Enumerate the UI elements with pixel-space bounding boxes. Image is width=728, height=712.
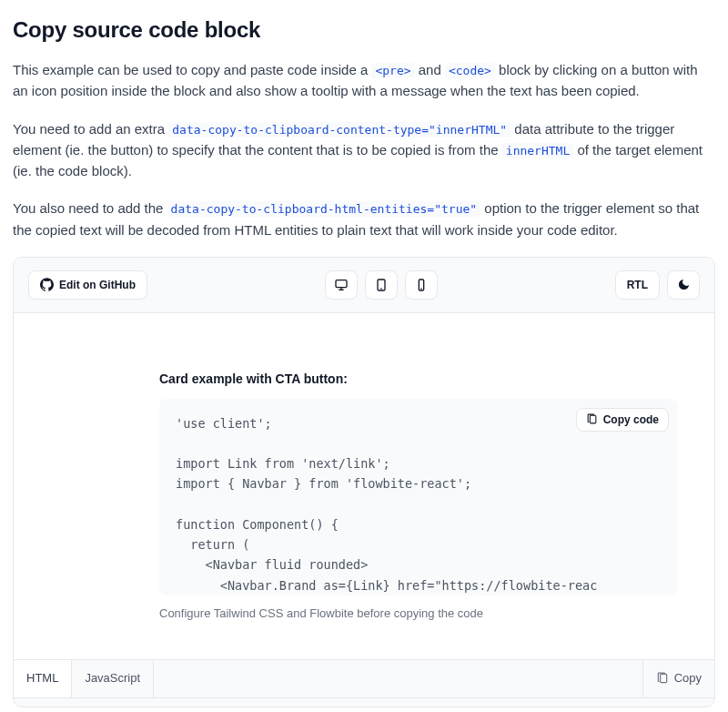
svg-rect-7: [590, 415, 596, 423]
code-output-strip: [14, 697, 714, 707]
toolbar-right: RTL: [615, 270, 700, 300]
copy-icon: [656, 672, 669, 685]
inline-code-pre: <pre>: [371, 63, 414, 78]
github-icon: [40, 278, 54, 291]
text: This example can be used to copy and pas…: [13, 62, 371, 77]
inline-code-html-entities: data-copy-to-clipboard-html-entities="tr…: [167, 201, 481, 217]
tablet-view-button[interactable]: [365, 270, 398, 300]
code-tabs-row: HTML JavaScript Copy: [14, 659, 714, 697]
copy-label: Copy: [674, 669, 702, 687]
text: and: [419, 62, 445, 77]
example-panel: Edit on GitHub RTL: [13, 257, 715, 707]
preview-caption: Configure Tailwind CSS and Flowbite befo…: [159, 605, 678, 623]
code-content: 'use client'; import Link from 'next/lin…: [176, 416, 597, 593]
moon-icon: [677, 278, 691, 291]
copy-toolbar-button[interactable]: Copy: [642, 660, 714, 697]
toolbar-center: [325, 270, 438, 300]
edit-on-github-button[interactable]: Edit on GitHub: [28, 270, 147, 300]
edit-on-github-label: Edit on GitHub: [59, 279, 136, 291]
tab-html[interactable]: HTML: [14, 660, 72, 697]
preview-area: Card example with CTA button: 'use clien…: [14, 313, 714, 659]
tab-javascript[interactable]: JavaScript: [72, 660, 154, 697]
text: You also need to add the: [13, 200, 167, 216]
tabs-spacer: [154, 660, 642, 697]
text: You need to add an extra: [13, 121, 168, 137]
intro-paragraph-3: You also need to add the data-copy-to-cl…: [13, 198, 715, 240]
desktop-icon: [334, 278, 349, 292]
tablet-icon: [374, 278, 389, 292]
section-heading: Copy source code block: [13, 13, 715, 46]
intro-paragraph-1: This example can be used to copy and pas…: [13, 59, 715, 102]
preview-title: Card example with CTA button:: [159, 370, 678, 390]
desktop-view-button[interactable]: [325, 270, 358, 300]
svg-rect-8: [660, 675, 666, 683]
clipboard-icon: [586, 413, 598, 425]
panel-toolbar: Edit on GitHub RTL: [14, 258, 714, 313]
rtl-toggle-button[interactable]: RTL: [615, 270, 660, 300]
mobile-icon: [414, 278, 429, 292]
copy-code-button[interactable]: Copy code: [576, 408, 669, 432]
rtl-label: RTL: [627, 279, 648, 291]
inline-code-code: <code>: [445, 63, 495, 78]
inline-code-content-type: data-copy-to-clipboard-content-type="inn…: [168, 122, 511, 137]
dark-mode-toggle-button[interactable]: [667, 270, 700, 300]
copy-code-label: Copy code: [603, 413, 659, 426]
code-block: 'use client'; import Link from 'next/lin…: [159, 399, 678, 595]
svg-rect-0: [336, 280, 347, 288]
mobile-view-button[interactable]: [405, 270, 438, 300]
inline-code-innerhtml: innerHTML: [502, 143, 573, 158]
intro-paragraph-2: You need to add an extra data-copy-to-cl…: [13, 118, 715, 182]
toolbar-left: Edit on GitHub: [28, 270, 147, 300]
